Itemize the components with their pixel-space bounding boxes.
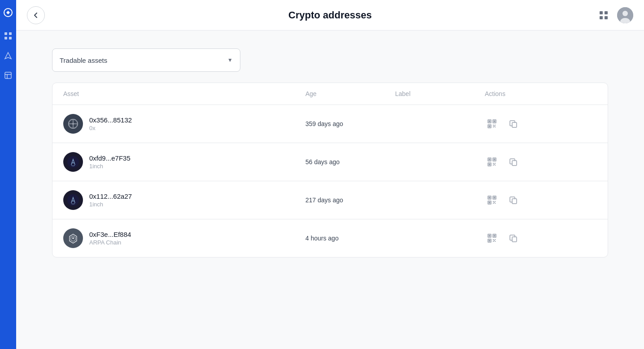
copy-button-2[interactable]	[506, 155, 521, 169]
svg-rect-42	[495, 165, 496, 166]
asset-symbol-2: 1inch	[89, 163, 131, 170]
column-actions: Actions	[485, 90, 597, 97]
svg-rect-71	[495, 241, 496, 242]
svg-rect-21	[489, 121, 491, 122]
asset-icon-3	[63, 190, 83, 210]
svg-point-13	[622, 11, 628, 16]
actions-cell-3	[485, 193, 597, 207]
column-age: Age	[305, 90, 395, 97]
svg-rect-25	[489, 126, 491, 127]
qr-code-button-4[interactable]	[485, 231, 499, 245]
column-asset: Asset	[63, 90, 305, 97]
svg-rect-72	[494, 240, 495, 241]
svg-point-61	[72, 237, 74, 239]
svg-rect-27	[495, 125, 496, 126]
svg-rect-29	[495, 127, 496, 127]
svg-rect-56	[494, 202, 495, 203]
sidebar-nav-item-3[interactable]	[2, 69, 14, 82]
svg-rect-67	[489, 240, 491, 242]
svg-rect-5	[5, 72, 11, 79]
svg-rect-9	[605, 11, 608, 14]
copy-button-1[interactable]	[506, 117, 521, 131]
asset-icon-2	[63, 152, 83, 172]
header-right	[596, 7, 633, 23]
svg-rect-68	[493, 239, 494, 240]
asset-cell-1: 0x356...85132 0x	[63, 114, 305, 134]
sidebar-nav-item-2[interactable]	[2, 49, 14, 62]
qr-code-button-2[interactable]	[485, 155, 499, 169]
sidebar-logo	[0, 4, 16, 21]
age-cell-1: 359 days ago	[305, 120, 395, 127]
asset-address-3: 0x112...62a27	[89, 192, 132, 200]
asset-cell-3: 0x112...62a27 1inch	[63, 190, 305, 210]
dropdown-label: Tradable assets	[60, 57, 107, 64]
svg-rect-55	[495, 203, 496, 204]
svg-rect-43	[494, 164, 495, 165]
sidebar-nav-item-1[interactable]	[2, 30, 14, 42]
table-header: Asset Age Label Actions	[52, 83, 608, 105]
sidebar-nav	[2, 30, 14, 82]
svg-rect-39	[493, 163, 494, 164]
svg-rect-54	[493, 203, 494, 204]
sidebar	[0, 0, 16, 349]
svg-rect-3	[4, 37, 7, 39]
copy-button-3[interactable]	[506, 193, 521, 207]
avatar[interactable]	[617, 7, 633, 23]
table-row: 0xF3e...Ef884 ARPA Chain 4 hours ago	[52, 219, 608, 257]
column-label: Label	[395, 90, 485, 97]
main-content: Tradable assets ▼ Asset Age Label Action…	[16, 31, 644, 275]
chevron-down-icon: ▼	[227, 57, 233, 63]
svg-rect-34	[489, 159, 491, 161]
svg-point-19	[72, 123, 74, 125]
age-cell-4: 4 hours ago	[305, 235, 395, 242]
age-cell-3: 217 days ago	[305, 196, 395, 204]
addresses-table: Asset Age Label Actions	[52, 83, 608, 257]
asset-icon-4	[63, 228, 83, 248]
asset-info-1: 0x356...85132 0x	[89, 116, 132, 131]
svg-rect-4	[9, 37, 12, 39]
svg-rect-28	[493, 127, 494, 127]
qr-code-button-1[interactable]	[485, 117, 499, 131]
svg-rect-41	[493, 165, 494, 166]
back-button[interactable]	[27, 6, 45, 24]
svg-rect-69	[495, 239, 496, 240]
svg-rect-11	[605, 16, 608, 19]
table-row: 0xfd9...e7F35 1inch 56 days ago	[52, 143, 608, 181]
tradable-assets-dropdown[interactable]: Tradable assets ▼	[52, 48, 240, 72]
svg-rect-57	[512, 199, 517, 204]
svg-rect-44	[512, 161, 517, 166]
actions-cell-4	[485, 231, 597, 245]
svg-rect-1	[4, 32, 7, 35]
asset-cell-4: 0xF3e...Ef884 ARPA Chain	[63, 228, 305, 248]
svg-rect-65	[494, 235, 496, 237]
svg-rect-10	[600, 16, 603, 19]
asset-symbol-3: 1inch	[89, 201, 132, 208]
svg-rect-51	[489, 202, 491, 204]
asset-address-1: 0x356...85132	[89, 116, 132, 124]
copy-button-4[interactable]	[506, 231, 521, 245]
grid-icon-button[interactable]	[596, 7, 612, 23]
svg-rect-23	[494, 121, 496, 122]
svg-rect-49	[494, 197, 496, 199]
svg-rect-2	[9, 32, 12, 35]
table-row: 0x112...62a27 1inch 217 days ago	[52, 181, 608, 219]
asset-info-2: 0xfd9...e7F35 1inch	[89, 154, 131, 170]
svg-rect-30	[494, 126, 495, 127]
svg-rect-63	[489, 235, 491, 237]
svg-rect-53	[495, 201, 496, 202]
asset-address-2: 0xfd9...e7F35	[89, 154, 131, 162]
svg-rect-31	[512, 122, 517, 127]
asset-symbol-4: ARPA Chain	[89, 239, 131, 246]
age-cell-2: 56 days ago	[305, 158, 395, 166]
qr-code-button-3[interactable]	[485, 193, 499, 207]
asset-cell-2: 0xfd9...e7F35 1inch	[63, 152, 305, 172]
table-row: 0x356...85132 0x 359 days ago	[52, 105, 608, 143]
svg-rect-52	[493, 201, 494, 202]
svg-rect-73	[512, 237, 517, 242]
svg-rect-70	[493, 241, 494, 242]
asset-address-4: 0xF3e...Ef884	[89, 231, 131, 238]
svg-rect-36	[494, 159, 496, 161]
header: Crypto addresses	[16, 0, 644, 31]
svg-rect-26	[493, 125, 494, 126]
svg-rect-38	[489, 164, 491, 166]
